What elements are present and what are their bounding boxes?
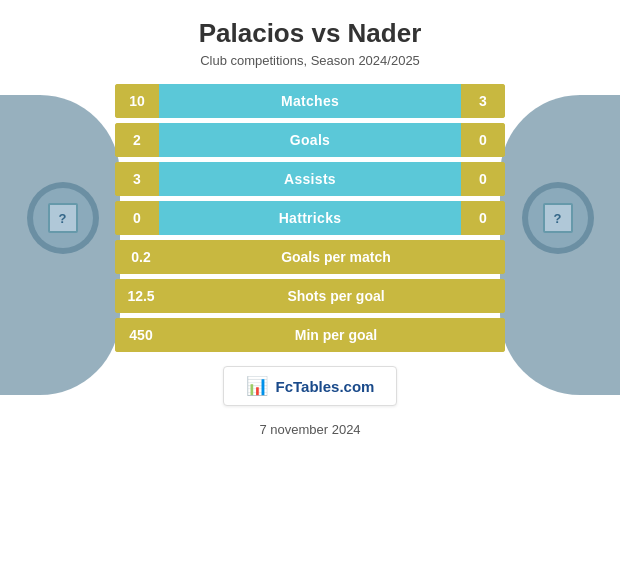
avatar-left: ? [27, 182, 99, 254]
stat-label: Matches [159, 84, 461, 118]
logo-box: 📊 FcTables.com [223, 366, 398, 406]
stat-row-compare: 10Matches3 [115, 84, 505, 118]
stat-right-value: 0 [461, 123, 505, 157]
header: Palacios vs Nader Club competitions, Sea… [0, 0, 620, 74]
stat-right-value: 0 [461, 201, 505, 235]
logo-text: FcTables.com [276, 378, 375, 395]
stat-label: Goals [159, 123, 461, 157]
stat-row-compare: 2Goals0 [115, 123, 505, 157]
stat-row-single: 12.5Shots per goal [115, 279, 505, 313]
stat-left-value: 3 [115, 162, 159, 196]
stat-single-value: 0.2 [115, 240, 167, 274]
stat-label-area: Hattricks [159, 201, 461, 235]
main-content: ? 10Matches32Goals03Assists00Hattricks00… [0, 74, 620, 352]
stats-area: 10Matches32Goals03Assists00Hattricks00.2… [115, 84, 505, 352]
stat-label-area: Assists [159, 162, 461, 196]
stat-row-compare: 3Assists0 [115, 162, 505, 196]
subtitle: Club competitions, Season 2024/2025 [10, 53, 610, 68]
stat-label: Assists [159, 162, 461, 196]
stat-right-value: 0 [461, 162, 505, 196]
stat-row-single: 450Min per goal [115, 318, 505, 352]
stat-label: Hattricks [159, 201, 461, 235]
logo-area: 📊 FcTables.com [0, 352, 620, 414]
stat-row-single: 0.2Goals per match [115, 240, 505, 274]
date-label: 7 november 2024 [0, 414, 620, 449]
avatar-question-left: ? [48, 203, 78, 233]
logo-icon: 📊 [246, 375, 268, 397]
stat-right-value: 3 [461, 84, 505, 118]
stat-left-value: 0 [115, 201, 159, 235]
avatar-inner-right: ? [528, 188, 588, 248]
stat-left-value: 10 [115, 84, 159, 118]
stat-single-label: Goals per match [167, 240, 505, 274]
stat-single-label: Min per goal [167, 318, 505, 352]
avatar-inner-left: ? [33, 188, 93, 248]
avatar-right: ? [522, 182, 594, 254]
page-title: Palacios vs Nader [10, 18, 610, 49]
player-left: ? [10, 182, 115, 254]
player-right: ? [505, 182, 610, 254]
stat-left-value: 2 [115, 123, 159, 157]
avatar-question-right: ? [543, 203, 573, 233]
stat-label-area: Goals [159, 123, 461, 157]
stat-label-area: Matches [159, 84, 461, 118]
stat-single-label: Shots per goal [167, 279, 505, 313]
stat-row-compare: 0Hattricks0 [115, 201, 505, 235]
stat-single-value: 450 [115, 318, 167, 352]
stat-single-value: 12.5 [115, 279, 167, 313]
